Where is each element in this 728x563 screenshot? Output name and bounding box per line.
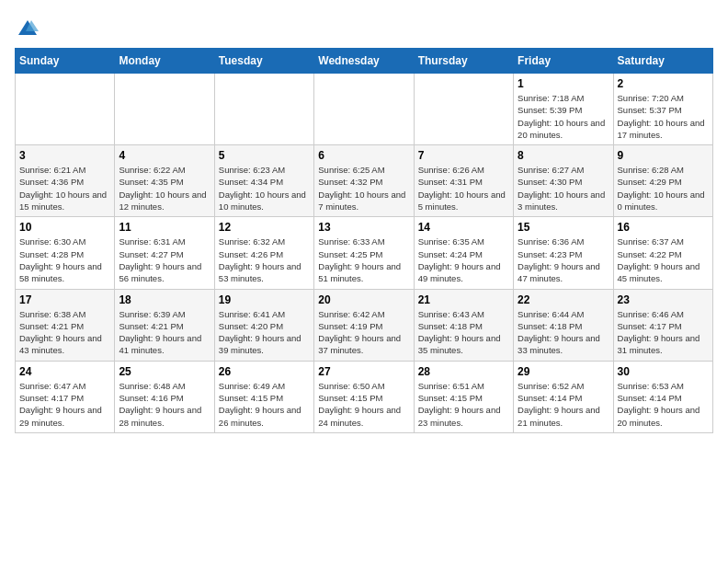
day-info: Sunrise: 6:26 AM Sunset: 4:31 PM Dayligh…: [418, 164, 509, 213]
weekday-header-friday: Friday: [514, 49, 613, 74]
day-info: Sunrise: 6:50 AM Sunset: 4:15 PM Dayligh…: [318, 380, 409, 429]
day-number: 16: [618, 221, 709, 234]
day-info: Sunrise: 6:38 AM Sunset: 4:21 PM Dayligh…: [19, 308, 110, 357]
calendar-cell: 1Sunrise: 7:18 AM Sunset: 5:39 PM Daylig…: [514, 74, 613, 145]
day-info: Sunrise: 6:48 AM Sunset: 4:16 PM Dayligh…: [119, 380, 210, 429]
day-info: Sunrise: 6:22 AM Sunset: 4:35 PM Dayligh…: [119, 164, 210, 213]
day-info: Sunrise: 7:18 AM Sunset: 5:39 PM Dayligh…: [518, 92, 609, 141]
calendar-week-row: 24Sunrise: 6:47 AM Sunset: 4:17 PM Dayli…: [16, 361, 713, 432]
calendar-cell: 11Sunrise: 6:31 AM Sunset: 4:27 PM Dayli…: [115, 217, 214, 289]
calendar-cell: 24Sunrise: 6:47 AM Sunset: 4:17 PM Dayli…: [16, 361, 115, 432]
calendar-cell: 25Sunrise: 6:48 AM Sunset: 4:16 PM Dayli…: [115, 361, 214, 432]
day-number: 27: [318, 365, 409, 378]
day-number: 10: [19, 221, 110, 234]
day-info: Sunrise: 6:33 AM Sunset: 4:25 PM Dayligh…: [318, 236, 409, 284]
logo-icon: [17, 18, 39, 40]
day-info: Sunrise: 6:35 AM Sunset: 4:24 PM Dayligh…: [418, 236, 509, 284]
calendar-cell: 6Sunrise: 6:25 AM Sunset: 4:32 PM Daylig…: [314, 145, 414, 217]
day-info: Sunrise: 6:49 AM Sunset: 4:15 PM Dayligh…: [219, 380, 310, 429]
calendar-cell: 16Sunrise: 6:37 AM Sunset: 4:22 PM Dayli…: [613, 217, 712, 289]
day-info: Sunrise: 6:53 AM Sunset: 4:14 PM Dayligh…: [618, 380, 709, 429]
day-number: 23: [618, 293, 709, 306]
day-info: Sunrise: 6:44 AM Sunset: 4:18 PM Dayligh…: [518, 308, 609, 357]
day-info: Sunrise: 6:51 AM Sunset: 4:15 PM Dayligh…: [418, 380, 509, 429]
calendar-cell: 7Sunrise: 6:26 AM Sunset: 4:31 PM Daylig…: [414, 145, 513, 217]
day-number: 29: [518, 365, 609, 378]
day-number: 2: [618, 77, 709, 90]
calendar-cell: 15Sunrise: 6:36 AM Sunset: 4:23 PM Dayli…: [514, 217, 613, 289]
day-number: 7: [418, 149, 509, 162]
logo: [15, 18, 39, 40]
day-number: 30: [618, 365, 709, 378]
day-info: Sunrise: 6:42 AM Sunset: 4:19 PM Dayligh…: [318, 308, 409, 357]
day-number: 11: [119, 221, 210, 234]
calendar-cell: [214, 74, 313, 145]
day-number: 24: [19, 365, 110, 378]
day-info: Sunrise: 6:39 AM Sunset: 4:21 PM Dayligh…: [119, 308, 210, 357]
day-info: Sunrise: 6:21 AM Sunset: 4:36 PM Dayligh…: [19, 164, 110, 213]
calendar-cell: 8Sunrise: 6:27 AM Sunset: 4:30 PM Daylig…: [514, 145, 613, 217]
day-number: 28: [418, 365, 509, 378]
day-number: 18: [119, 293, 210, 306]
page-header: [15, 15, 713, 40]
weekday-header-sunday: Sunday: [16, 49, 115, 74]
day-number: 3: [19, 149, 110, 162]
day-number: 8: [518, 149, 609, 162]
calendar-cell: 22Sunrise: 6:44 AM Sunset: 4:18 PM Dayli…: [514, 289, 613, 361]
weekday-header-thursday: Thursday: [414, 49, 513, 74]
day-info: Sunrise: 6:27 AM Sunset: 4:30 PM Dayligh…: [518, 164, 609, 213]
calendar-cell: 19Sunrise: 6:41 AM Sunset: 4:20 PM Dayli…: [214, 289, 313, 361]
calendar-cell: [16, 74, 115, 145]
calendar-cell: [314, 74, 414, 145]
day-info: Sunrise: 6:37 AM Sunset: 4:22 PM Dayligh…: [618, 236, 709, 284]
calendar-cell: [115, 74, 214, 145]
day-info: Sunrise: 6:52 AM Sunset: 4:14 PM Dayligh…: [518, 380, 609, 429]
weekday-header-wednesday: Wednesday: [314, 49, 414, 74]
weekday-header-saturday: Saturday: [613, 49, 712, 74]
day-info: Sunrise: 6:25 AM Sunset: 4:32 PM Dayligh…: [318, 164, 409, 213]
calendar-cell: 18Sunrise: 6:39 AM Sunset: 4:21 PM Dayli…: [115, 289, 214, 361]
calendar-week-row: 17Sunrise: 6:38 AM Sunset: 4:21 PM Dayli…: [16, 289, 713, 361]
calendar-header: SundayMondayTuesdayWednesdayThursdayFrid…: [16, 49, 713, 74]
calendar-week-row: 10Sunrise: 6:30 AM Sunset: 4:28 PM Dayli…: [16, 217, 713, 289]
day-info: Sunrise: 7:20 AM Sunset: 5:37 PM Dayligh…: [618, 92, 709, 141]
day-info: Sunrise: 6:32 AM Sunset: 4:26 PM Dayligh…: [219, 236, 310, 284]
day-info: Sunrise: 6:46 AM Sunset: 4:17 PM Dayligh…: [618, 308, 709, 357]
calendar-cell: 23Sunrise: 6:46 AM Sunset: 4:17 PM Dayli…: [613, 289, 712, 361]
calendar-cell: 13Sunrise: 6:33 AM Sunset: 4:25 PM Dayli…: [314, 217, 414, 289]
day-number: 13: [318, 221, 409, 234]
day-number: 21: [418, 293, 509, 306]
calendar-table: SundayMondayTuesdayWednesdayThursdayFrid…: [15, 48, 713, 433]
day-info: Sunrise: 6:30 AM Sunset: 4:28 PM Dayligh…: [19, 236, 110, 284]
day-number: 12: [219, 221, 310, 234]
day-info: Sunrise: 6:43 AM Sunset: 4:18 PM Dayligh…: [418, 308, 509, 357]
calendar-cell: 26Sunrise: 6:49 AM Sunset: 4:15 PM Dayli…: [214, 361, 313, 432]
day-number: 17: [19, 293, 110, 306]
day-number: 6: [318, 149, 409, 162]
day-number: 20: [318, 293, 409, 306]
weekday-header-monday: Monday: [115, 49, 214, 74]
calendar-cell: 12Sunrise: 6:32 AM Sunset: 4:26 PM Dayli…: [214, 217, 313, 289]
day-number: 26: [219, 365, 310, 378]
calendar-cell: 14Sunrise: 6:35 AM Sunset: 4:24 PM Dayli…: [414, 217, 513, 289]
day-info: Sunrise: 6:23 AM Sunset: 4:34 PM Dayligh…: [219, 164, 310, 213]
calendar-cell: 29Sunrise: 6:52 AM Sunset: 4:14 PM Dayli…: [514, 361, 613, 432]
calendar-cell: 5Sunrise: 6:23 AM Sunset: 4:34 PM Daylig…: [214, 145, 313, 217]
calendar-cell: 30Sunrise: 6:53 AM Sunset: 4:14 PM Dayli…: [613, 361, 712, 432]
day-number: 5: [219, 149, 310, 162]
day-number: 1: [518, 77, 609, 90]
weekday-header-tuesday: Tuesday: [214, 49, 313, 74]
calendar-cell: 21Sunrise: 6:43 AM Sunset: 4:18 PM Dayli…: [414, 289, 513, 361]
day-info: Sunrise: 6:28 AM Sunset: 4:29 PM Dayligh…: [618, 164, 709, 213]
calendar-cell: [414, 74, 513, 145]
calendar-cell: 9Sunrise: 6:28 AM Sunset: 4:29 PM Daylig…: [613, 145, 712, 217]
calendar-cell: 20Sunrise: 6:42 AM Sunset: 4:19 PM Dayli…: [314, 289, 414, 361]
day-number: 14: [418, 221, 509, 234]
calendar-cell: 27Sunrise: 6:50 AM Sunset: 4:15 PM Dayli…: [314, 361, 414, 432]
day-info: Sunrise: 6:31 AM Sunset: 4:27 PM Dayligh…: [119, 236, 210, 284]
calendar-cell: 17Sunrise: 6:38 AM Sunset: 4:21 PM Dayli…: [16, 289, 115, 361]
calendar-cell: 3Sunrise: 6:21 AM Sunset: 4:36 PM Daylig…: [16, 145, 115, 217]
calendar-cell: 4Sunrise: 6:22 AM Sunset: 4:35 PM Daylig…: [115, 145, 214, 217]
calendar-cell: 28Sunrise: 6:51 AM Sunset: 4:15 PM Dayli…: [414, 361, 513, 432]
day-number: 15: [518, 221, 609, 234]
